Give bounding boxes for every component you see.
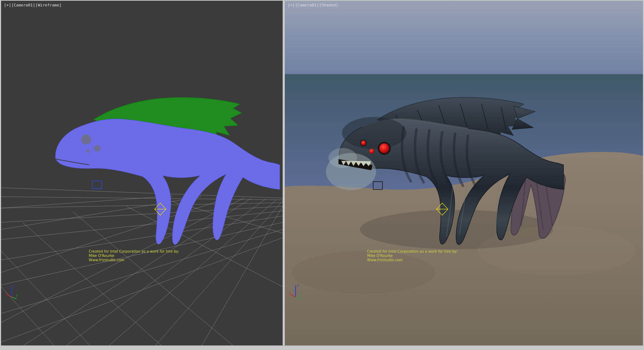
credit-line-1: Created for Intel Corporation as a work … [367,249,458,254]
camera-menu-button[interactable]: [Camera01] [295,3,319,8]
credit-line-2: Mike O'Rourke [367,254,458,258]
viewport-row: [+][Camera01][Wireframe] [1,1,643,345]
shading-menu-button[interactable]: [Wireframe] [35,3,62,8]
head-shading [342,117,406,149]
credit-line-3: Www.frlzstudio.com [89,258,179,262]
credit-line-1: Created for Intel Corporation as a work … [89,249,179,254]
world-axis-icon [5,283,20,301]
wireframe-canvas[interactable] [1,1,283,345]
viewport-menu-button[interactable]: [+] [288,3,295,8]
viewport-frame: [+][Camera01][Wireframe] [0,0,644,350]
sky [285,1,643,75]
viewport-label-left: [+][Camera01][Wireframe] [4,3,62,8]
fish-eye-main [379,144,389,154]
credit-annotation: Created for Intel Corporation as a work … [367,249,458,262]
viewport-menu-button[interactable]: [+] [4,3,11,8]
fish-eye-tiny [369,149,374,154]
fish-eye-spot-large [81,135,91,145]
bottom-border-strip [1,345,643,350]
fish-eye-spot-tiny [86,150,90,153]
shaded-canvas[interactable] [285,1,643,345]
world-axis-icon [289,283,303,301]
credit-line-3: Www.frlzstudio.com [367,258,458,262]
fish-eye-spot-small [94,145,101,152]
viewport-shaded[interactable]: [+][Camera01][Shaded] [285,1,643,345]
fish-eye-small [361,141,366,146]
credit-line-2: Mike O'Rourke [89,254,179,258]
viewport-label-right: [+][Camera01][Shaded] [288,3,338,8]
shading-menu-button[interactable]: [Shaded] [319,3,338,8]
credit-annotation: Created for Intel Corporation as a work … [89,249,179,262]
viewport-wireframe[interactable]: [+][Camera01][Wireframe] [1,1,283,345]
camera-menu-button[interactable]: [Camera01] [11,3,35,8]
